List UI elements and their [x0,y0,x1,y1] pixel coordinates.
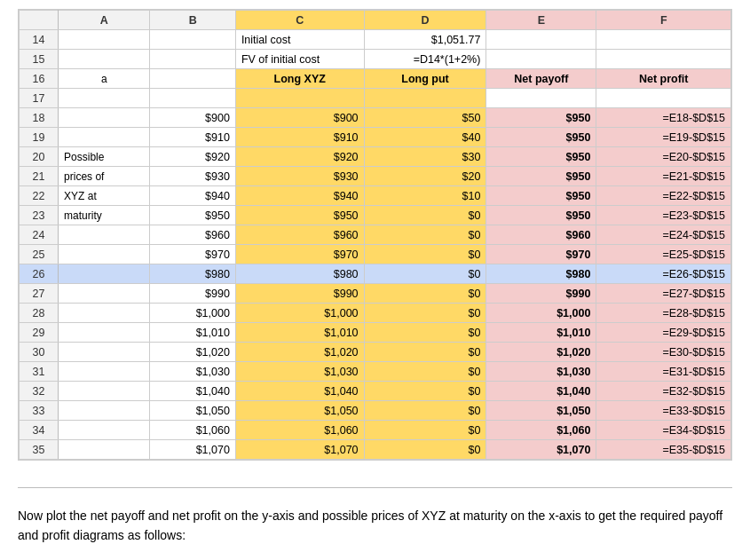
cell-c-31: $1,030 [235,362,364,382]
cell-e-30: $1,020 [486,343,596,362]
cell-b-22: $940 [150,186,235,206]
cell-d-22: $10 [364,186,486,206]
cell-f-34: =E34-$D$15 [596,421,731,440]
row-num-15: 15 [20,50,59,69]
cell-a-34 [59,421,150,440]
row-num-26: 26 [20,264,59,284]
cell-d-21: $20 [364,167,486,186]
cell-c-18: $900 [235,108,364,128]
row-num-33: 33 [20,401,59,421]
cell-f-27: =E27-$D$15 [596,284,731,304]
cell-a-29 [59,323,150,343]
cell-b-14 [150,30,235,50]
cell-e-27: $990 [486,284,596,304]
cell-c-27: $990 [235,284,364,304]
cell-f-24: =E24-$D$15 [596,225,731,245]
cell-b-27: $990 [150,284,235,304]
cell-a-16: a [59,69,150,89]
cell-c-28: $1,000 [235,304,364,323]
cell-e-21: $950 [486,167,596,186]
cell-d-19: $40 [364,128,486,147]
cell-f-18: =E18-$D$15 [596,108,731,128]
row-num-35: 35 [20,440,59,460]
corner-cell [20,11,59,30]
cell-c-15: FV of initial cost [235,50,364,69]
row-num-19: 19 [20,128,59,147]
cell-d-16: Long put [364,69,486,89]
cell-c-33: $1,050 [235,401,364,421]
cell-e-31: $1,030 [486,362,596,382]
description-text: Now plot the net payoff and net profit o… [18,506,732,546]
row-num-23: 23 [20,206,59,225]
cell-a-30 [59,343,150,362]
cell-e-25: $970 [486,245,596,264]
cell-d-31: $0 [364,362,486,382]
cell-a-20: Possible [59,147,150,167]
cell-f-29: =E29-$D$15 [596,323,731,343]
cell-b-32: $1,040 [150,382,235,401]
cell-f-22: =E22-$D$15 [596,186,731,206]
cell-e-29: $1,010 [486,323,596,343]
cell-a-19 [59,128,150,147]
cell-d-32: $0 [364,382,486,401]
cell-f-14 [596,30,731,50]
cell-c-17 [235,89,364,108]
cell-f-28: =E28-$D$15 [596,304,731,323]
cell-c-25: $970 [235,245,364,264]
row-num-20: 20 [20,147,59,167]
cell-b-34: $1,060 [150,421,235,440]
cell-e-20: $950 [486,147,596,167]
cell-f-32: =E32-$D$15 [596,382,731,401]
cell-a-15 [59,50,150,69]
row-num-17: 17 [20,89,59,108]
col-header-f: F [596,11,731,30]
cell-a-21: prices of [59,167,150,186]
cell-a-31 [59,362,150,382]
cell-d-23: $0 [364,206,486,225]
row-num-29: 29 [20,323,59,343]
cell-e-17 [486,89,596,108]
cell-a-17 [59,89,150,108]
cell-f-35: =E35-$D$15 [596,440,731,460]
cell-f-33: =E33-$D$15 [596,401,731,421]
cell-d-15: =D14*(1+2%) [364,50,486,69]
row-num-21: 21 [20,167,59,186]
cell-c-26: $980 [235,264,364,284]
cell-f-25: =E25-$D$15 [596,245,731,264]
cell-d-29: $0 [364,323,486,343]
cell-e-24: $960 [486,225,596,245]
cell-b-30: $1,020 [150,343,235,362]
cell-a-33 [59,401,150,421]
cell-b-15 [150,50,235,69]
cell-a-28 [59,304,150,323]
row-num-27: 27 [20,284,59,304]
section-divider [18,487,732,488]
spreadsheet: A B C D E F 14Initial cost$1,051.7715FV … [18,9,732,461]
cell-b-23: $950 [150,206,235,225]
cell-d-24: $0 [364,225,486,245]
cell-b-33: $1,050 [150,401,235,421]
cell-f-31: =E31-$D$15 [596,362,731,382]
cell-c-24: $960 [235,225,364,245]
cell-c-23: $950 [235,206,364,225]
cell-f-16: Net profit [596,69,731,89]
cell-b-26: $980 [150,264,235,284]
cell-c-21: $930 [235,167,364,186]
cell-f-17 [596,89,731,108]
cell-e-26: $980 [486,264,596,284]
cell-c-30: $1,020 [235,343,364,362]
cell-b-31: $1,030 [150,362,235,382]
cell-f-19: =E19-$D$15 [596,128,731,147]
cell-b-17 [150,89,235,108]
cell-e-22: $950 [486,186,596,206]
col-header-a: A [59,11,150,30]
cell-d-17 [364,89,486,108]
cell-d-35: $0 [364,440,486,460]
row-num-18: 18 [20,108,59,128]
row-num-25: 25 [20,245,59,264]
row-num-14: 14 [20,30,59,50]
row-num-22: 22 [20,186,59,206]
row-num-30: 30 [20,343,59,362]
row-num-32: 32 [20,382,59,401]
cell-b-25: $970 [150,245,235,264]
